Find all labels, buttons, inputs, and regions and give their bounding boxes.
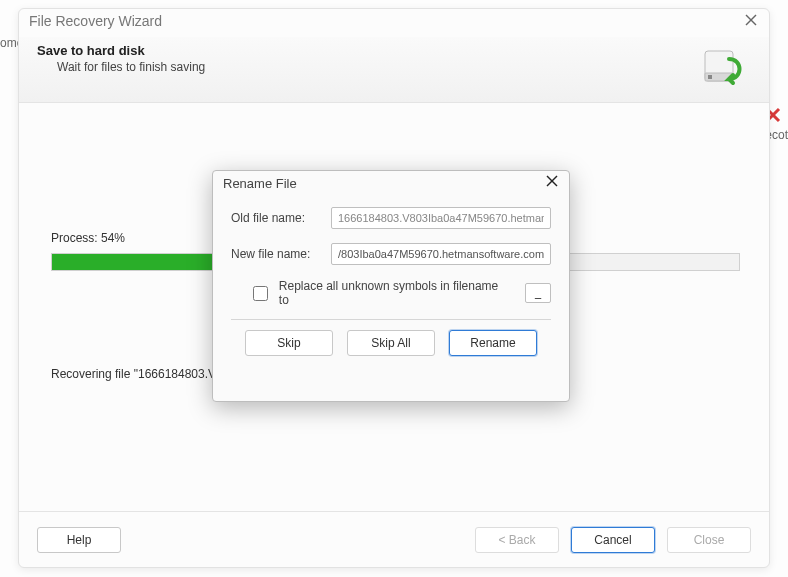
modal-titlebar[interactable]: Rename File: [213, 171, 569, 199]
new-filename-label: New file name:: [231, 247, 331, 261]
svg-rect-6: [708, 75, 712, 79]
recovering-file-label: Recovering file "1666184803.V: [51, 367, 216, 381]
help-button[interactable]: Help: [37, 527, 121, 553]
wizard-titlebar[interactable]: File Recovery Wizard: [19, 9, 769, 37]
skip-button[interactable]: Skip: [245, 330, 333, 356]
cancel-button[interactable]: Cancel: [571, 527, 655, 553]
replace-symbol-field[interactable]: [525, 283, 551, 303]
header-subtitle: Wait for files to finish saving: [57, 60, 751, 74]
wizard-footer: Help < Back Cancel Close: [19, 511, 769, 567]
rename-file-dialog: Rename File Old file name: New file name…: [212, 170, 570, 402]
hard-disk-save-icon: [699, 45, 749, 92]
header-title: Save to hard disk: [37, 43, 751, 58]
replace-symbols-label: Replace all unknown symbols in filename …: [279, 279, 509, 307]
wizard-title: File Recovery Wizard: [29, 13, 162, 29]
close-icon: [744, 13, 758, 27]
back-button: < Back: [475, 527, 559, 553]
replace-symbols-checkbox[interactable]: [253, 286, 268, 301]
wizard-header: Save to hard disk Wait for files to fini…: [19, 37, 769, 103]
skip-all-button[interactable]: Skip All: [347, 330, 435, 356]
old-filename-label: Old file name:: [231, 211, 331, 225]
modal-title: Rename File: [223, 176, 297, 191]
modal-separator: [231, 319, 551, 320]
close-button: Close: [667, 527, 751, 553]
modal-body: Old file name: New file name: Replace al…: [213, 199, 569, 370]
close-icon: [545, 174, 559, 188]
modal-close-button[interactable]: [541, 174, 563, 196]
process-label: Process: 54%: [51, 231, 125, 245]
old-filename-field: [331, 207, 551, 229]
rename-button[interactable]: Rename: [449, 330, 537, 356]
wizard-close-button[interactable]: [741, 13, 761, 33]
new-filename-field[interactable]: [331, 243, 551, 265]
